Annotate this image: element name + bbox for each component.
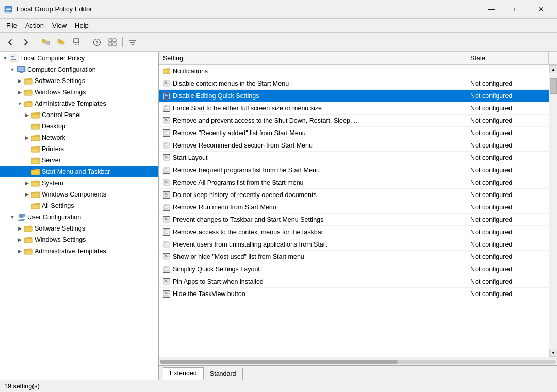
folder-icon <box>24 247 33 255</box>
help-button[interactable]: ? <box>90 36 104 49</box>
tree-item-control-panel[interactable]: ▶ Control Panel <box>0 109 158 121</box>
list-row[interactable]: Hide the TaskView buttonNot configured <box>159 288 549 300</box>
list-row[interactable]: Simplify Quick Settings LayoutNot config… <box>159 263 549 275</box>
tree-toggle-user-software[interactable]: ▶ <box>15 224 24 233</box>
tree-toggle-user-admin[interactable]: ▶ <box>15 247 24 255</box>
list-row[interactable]: Pin Apps to Start when installedNot conf… <box>159 275 549 288</box>
title-bar-left: Local Group Policy Editor <box>4 5 92 13</box>
svg-rect-64 <box>165 182 169 183</box>
scroll-down-btn[interactable]: ▼ <box>549 349 557 357</box>
menu-view[interactable]: View <box>48 20 71 31</box>
refresh-button[interactable] <box>70 36 84 49</box>
tree-label-printers: Printers <box>42 145 64 153</box>
tree-item-all-settings[interactable]: All Settings <box>0 200 158 211</box>
tree-item-network[interactable]: ▶ Network <box>0 132 158 143</box>
tree-item-local-policy[interactable]: ▼ Local Computer Policy <box>0 53 158 64</box>
tree-item-desktop[interactable]: Desktop <box>0 121 158 132</box>
tree-item-user-software[interactable]: ▶ Software Settings <box>0 223 158 234</box>
list-row[interactable]: Prevent changes to Taskbar and Start Men… <box>159 214 549 226</box>
show-scope-button[interactable] <box>39 36 53 49</box>
tree-item-system[interactable]: ▶ System <box>0 177 158 189</box>
list-row[interactable]: Remove "Recently added" list from Start … <box>159 127 549 139</box>
col-header-setting[interactable]: Setting <box>159 52 466 64</box>
tree-toggle-desktop[interactable] <box>23 122 31 130</box>
list-row[interactable]: Start LayoutNot configured <box>159 152 549 164</box>
cell-setting: Remove Recommended section from Start Me… <box>159 142 466 149</box>
policy-setting-icon <box>163 228 170 236</box>
tree-toggle-windows-components[interactable]: ▶ <box>23 190 31 199</box>
menu-file[interactable]: File <box>2 20 21 31</box>
list-row[interactable]: Show or hide "Most used" list from Start… <box>159 251 549 263</box>
list-row[interactable]: Force Start to be either full screen siz… <box>159 102 549 115</box>
setting-text: Remove Recommended section from Start Me… <box>173 142 313 149</box>
svg-point-29 <box>22 214 25 217</box>
list-row[interactable]: Do not keep history of recently opened d… <box>159 189 549 201</box>
svg-rect-23 <box>11 59 16 60</box>
tree-toggle-control-panel[interactable]: ▶ <box>23 111 31 119</box>
svg-rect-56 <box>165 157 169 158</box>
tree-item-server[interactable]: Server <box>0 155 158 166</box>
scroll-up-btn[interactable]: ▲ <box>549 65 557 73</box>
svg-rect-97 <box>165 282 168 283</box>
tree-item-software-settings[interactable]: ▶ Software Settings <box>0 75 158 87</box>
menu-action[interactable]: Action <box>21 20 48 31</box>
list-row[interactable]: Remove and prevent access to the Shut Do… <box>159 115 549 127</box>
forward-button[interactable] <box>19 36 33 49</box>
tree-toggle-user-windows[interactable]: ▶ <box>15 236 24 244</box>
horiz-scroll-thumb[interactable] <box>160 360 398 364</box>
svg-rect-99 <box>165 292 167 292</box>
back-button[interactable] <box>3 36 18 49</box>
list-row[interactable]: Remove frequent programs list from the S… <box>159 164 549 176</box>
tree-toggle-system[interactable]: ▶ <box>23 179 31 187</box>
list-row[interactable]: Remove All Programs list from the Start … <box>159 176 549 189</box>
list-row[interactable]: Disable context menus in the Start MenuN… <box>159 77 549 90</box>
list-row[interactable]: Remove access to the context menus for t… <box>159 226 549 238</box>
tree-toggle-printers[interactable] <box>23 145 31 153</box>
list-row[interactable]: Prevent users from uninstalling applicat… <box>159 238 549 251</box>
tree-toggle-admin-templates[interactable]: ▼ <box>15 100 24 108</box>
tree-item-start-menu-taskbar[interactable]: Start Menu and Taskbar <box>0 166 158 177</box>
setting-text: Remove "Recently added" list from Start … <box>173 129 306 137</box>
tree-item-user-admin[interactable]: ▶ Administrative Templates <box>0 246 158 257</box>
show-all-button[interactable] <box>54 36 69 49</box>
tree-item-user-config[interactable]: ▼ User Configuration <box>0 211 158 223</box>
close-button[interactable]: ✕ <box>529 3 553 15</box>
list-row[interactable]: Notifications <box>159 65 549 77</box>
scroll-thumb[interactable] <box>550 78 557 94</box>
cell-setting: Remove access to the context menus for t… <box>159 228 466 236</box>
svg-rect-101 <box>165 295 168 295</box>
list-row[interactable]: Disable Editing Quick SettingsNot config… <box>159 90 549 102</box>
tree-toggle-windows-settings[interactable]: ▶ <box>15 88 24 96</box>
list-row[interactable]: Remove Run menu from Start MenuNot confi… <box>159 201 549 214</box>
svg-rect-49 <box>165 134 168 134</box>
tree-item-printers[interactable]: Printers <box>0 143 158 155</box>
tree-toggle-start-menu-taskbar[interactable] <box>23 168 31 176</box>
tree-item-windows-components[interactable]: ▶ Windows Components <box>0 189 158 200</box>
tree-toggle-local-policy[interactable]: ▼ <box>1 54 9 62</box>
tree-toggle-software-settings[interactable]: ▶ <box>15 77 24 85</box>
tree-item-user-windows[interactable]: ▶ Windows Settings <box>0 234 158 246</box>
tab-extended[interactable]: Extended <box>163 367 204 380</box>
setting-text: Disable context menus in the Start Menu <box>173 80 289 87</box>
tree-toggle-server[interactable] <box>23 156 31 165</box>
tree-item-admin-templates[interactable]: ▼ Administrative Templates <box>0 98 158 109</box>
tree-item-computer-config[interactable]: ▼ Computer Configuration <box>0 64 158 75</box>
cell-state: Not configured <box>466 266 549 273</box>
maximize-button[interactable]: □ <box>504 3 528 15</box>
svg-rect-55 <box>165 156 167 156</box>
filter-button[interactable] <box>125 36 140 49</box>
col-header-state[interactable]: State <box>466 52 549 64</box>
minimize-button[interactable]: — <box>480 3 503 15</box>
menu-help[interactable]: Help <box>71 20 93 31</box>
list-row[interactable]: Remove Recommended section from Start Me… <box>159 139 549 152</box>
list-scrollbar[interactable]: ▲ ▼ <box>549 65 557 357</box>
tab-standard[interactable]: Standard <box>203 368 243 380</box>
tree-item-windows-settings[interactable]: ▶ Windows Settings <box>0 87 158 98</box>
tree-toggle-network[interactable]: ▶ <box>23 134 31 142</box>
tree-toggle-computer-config[interactable]: ▼ <box>8 66 17 74</box>
tree-toggle-user-config[interactable]: ▼ <box>8 213 17 221</box>
svg-text:?: ? <box>95 40 99 45</box>
view-button[interactable] <box>105 36 120 49</box>
cell-state: Not configured <box>466 154 549 161</box>
tree-toggle-all-settings[interactable] <box>23 202 31 210</box>
